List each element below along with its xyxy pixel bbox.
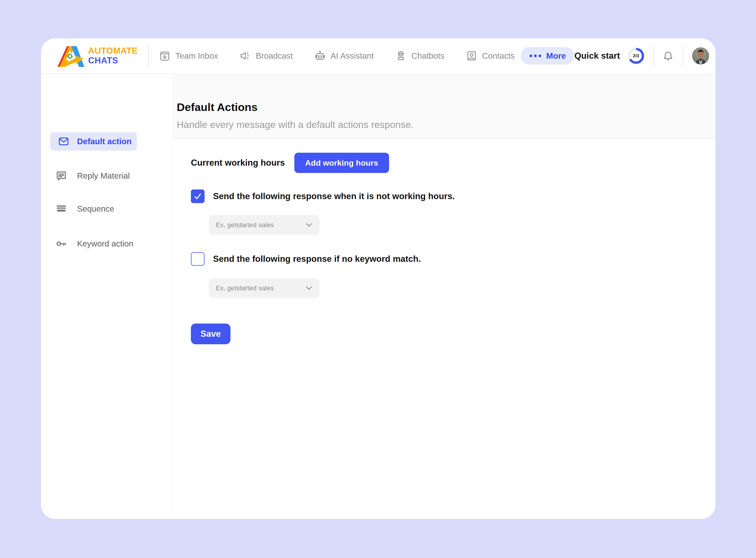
sidebar: Default action Reply Material Sequence [41,74,173,519]
sequence-list-icon [56,203,67,214]
sidebar-item-reply-material[interactable]: Reply Material [56,169,130,183]
main-content: Default Actions Handle every message wit… [173,74,715,519]
nav-item-label: Chatbots [411,51,445,60]
chatbot-icon [396,50,406,61]
brand-name-line1: AUTOMATE [88,46,137,56]
app-window: AUTOMATE CHATS Team Inbox [41,39,715,519]
top-navbar: AUTOMATE CHATS Team Inbox [41,39,715,74]
sidebar-item-sequence[interactable]: Sequence [56,202,114,216]
nav-item-label: Team Inbox [175,51,218,60]
megaphone-icon [240,50,251,61]
sidebar-item-label: Reply Material [77,171,130,180]
nav-more-button[interactable]: More [521,47,575,65]
nav-item-contacts[interactable]: Contacts [466,50,515,61]
nav-item-broadcast[interactable]: Broadcast [240,50,293,61]
response-select-value: Ex, getstarted sales [216,284,274,292]
notifications-bell-icon[interactable] [662,50,674,61]
response-select-no-keyword-match[interactable]: Ex, getstarted sales [209,278,320,298]
page-header: Default Actions Handle every message wit… [173,74,715,139]
quick-start-label[interactable]: Quick start [574,51,620,61]
nav-divider [148,45,149,67]
user-avatar[interactable] [692,47,709,64]
no-keyword-match-label: Send the following response if no keywor… [213,254,421,264]
brand-logo-icon [56,44,84,68]
navbar-right-cluster: Quick start 2/3 [574,45,709,67]
not-working-hours-checkbox[interactable] [191,189,205,203]
check-icon [193,192,202,201]
contact-card-icon [466,50,477,61]
key-icon [56,238,67,249]
save-button[interactable]: Save [191,324,230,344]
response-select-value: Ex, getstarted sales [216,221,274,229]
chat-lines-icon [56,170,67,181]
brand-logo[interactable]: AUTOMATE CHATS [56,44,137,68]
inbox-icon [159,50,170,61]
not-working-hours-option: Send the following response when it is n… [191,189,455,203]
sidebar-item-label: Default action [77,137,131,146]
brand-name-line2: CHATS [88,56,137,66]
chevron-down-icon [305,286,312,290]
working-hours-label: Current working hours [191,158,285,168]
not-working-hours-label: Send the following response when it is n… [213,191,455,201]
no-keyword-match-checkbox[interactable] [191,252,205,266]
nav-item-team-inbox[interactable]: Team Inbox [159,50,218,61]
sidebar-item-default-action[interactable]: Default action [50,132,137,151]
page-title: Default Actions [177,101,715,113]
sidebar-item-label: Keyword action [77,239,133,248]
no-keyword-match-option: Send the following response if no keywor… [191,252,421,266]
nav-divider [653,45,654,67]
sidebar-item-keyword-action[interactable]: Keyword action [56,236,133,251]
quick-start-progress-ring[interactable]: 2/3 [628,48,644,64]
brand-name: AUTOMATE CHATS [88,46,137,65]
nav-menu: Team Inbox Broadcast [159,50,515,61]
page-subtitle: Handle every message with a default acti… [177,119,715,130]
nav-more-label: More [546,51,566,60]
chevron-down-icon [305,223,312,227]
nav-item-label: Contacts [482,51,515,60]
robot-head-icon [314,50,325,61]
progress-value: 2/3 [630,50,642,61]
mail-icon [58,136,69,147]
sidebar-item-label: Sequence [77,204,114,213]
ellipsis-icon [529,54,542,57]
nav-item-label: AI Assistant [331,51,374,60]
nav-item-ai-assistant[interactable]: AI Assistant [314,50,374,61]
nav-item-chatbots[interactable]: Chatbots [396,50,445,61]
add-working-hours-button[interactable]: Add working hours [294,153,389,173]
working-hours-row: Current working hours Add working hours [191,153,389,173]
response-select-not-working-hours[interactable]: Ex, getstarted sales [209,215,320,235]
nav-divider [683,45,683,67]
nav-item-label: Broadcast [256,51,293,60]
